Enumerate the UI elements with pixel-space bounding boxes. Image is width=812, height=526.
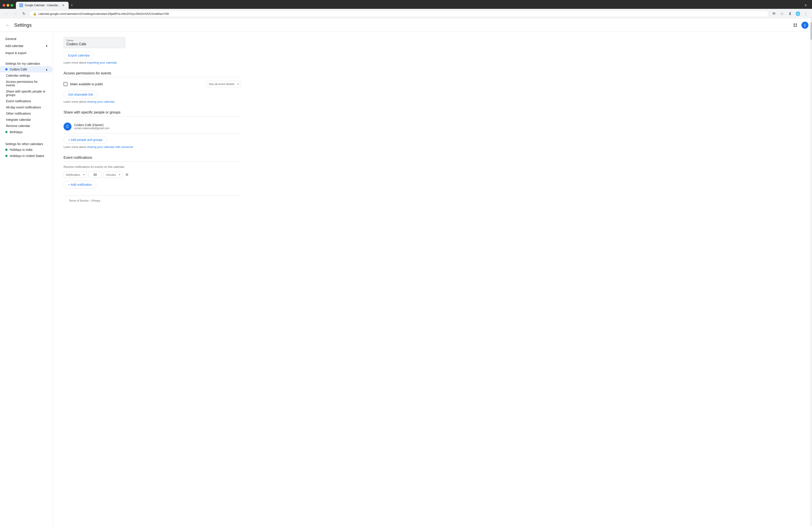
sidebar-item-add-calendar[interactable]: Add calendar ▾ — [0, 42, 53, 49]
notification-value-input[interactable] — [88, 171, 102, 178]
more-button[interactable]: ⋮ — [802, 10, 809, 17]
bookmark-button[interactable]: ☆ — [779, 10, 785, 17]
holidays-us-left: Holidays in United States — [5, 154, 44, 158]
minimize-traffic-light[interactable] — [6, 4, 9, 6]
sub-item-share-specific[interactable]: Share with specific people or groups — [5, 88, 53, 98]
sharing-calendar-link[interactable]: sharing your calendar — [87, 100, 115, 103]
get-shareable-link-button[interactable]: Get shareable link — [63, 91, 98, 98]
sidebar-item-birthdays[interactable]: Birthdays — [0, 129, 53, 135]
sub-item-calendar-settings[interactable]: Calendar settings — [5, 72, 53, 79]
avatar[interactable]: C — [801, 22, 809, 29]
terms-link[interactable]: Terms of Service — [69, 199, 88, 202]
holidays-us-label: Holidays in United States — [10, 154, 44, 158]
event-notifications-section: Event notifications Receive notification… — [63, 156, 241, 188]
general-label: General — [5, 37, 16, 41]
person-avatar: C — [63, 123, 72, 130]
account-button[interactable]: 🌐 — [794, 10, 801, 17]
sharing-someone-prefix: Learn more about — [63, 145, 86, 148]
close-traffic-light[interactable] — [3, 4, 5, 6]
sidebar-spacer-2 — [0, 135, 53, 139]
share-section-title: Share with specific people or groups — [63, 110, 241, 116]
sub-item-integrate-calendar[interactable]: Integrate calendar — [5, 117, 53, 123]
add-people-label: + Add people and groups — [68, 138, 103, 142]
access-permissions-title: Access permissions for events — [63, 71, 241, 77]
owner-field: Owner Coders Cafe — [63, 37, 125, 48]
address-bar[interactable]: 🔒 calendar.google.com/calendar/u/2/r/set… — [29, 10, 769, 17]
sub-item-remove-calendar[interactable]: Remove calendar — [5, 123, 53, 129]
sub-item-label: Calendar settings — [6, 74, 30, 77]
page-title: Settings — [14, 22, 791, 28]
sidebar-item-general[interactable]: General — [0, 35, 53, 42]
sub-item-label: Share with specific people or groups — [6, 90, 47, 97]
sidebar-item-coders-cafe[interactable]: Coders Cafe ▴ — [0, 66, 53, 72]
sharing-learn-more: Learn more about sharing your calendar — [63, 100, 241, 103]
holidays-us-dot — [5, 155, 8, 157]
holidays-india-label: Holidays in India — [10, 148, 32, 152]
add-notification-button[interactable]: + Add notification — [63, 181, 97, 188]
back-nav-button[interactable]: ← — [3, 10, 10, 17]
traffic-lights — [3, 4, 13, 6]
sharing-someone-link[interactable]: sharing your calendar with someone — [87, 145, 133, 148]
svg-rect-0 — [20, 4, 21, 5]
holidays-india-left: Holidays in India — [5, 148, 32, 152]
lock-icon: 🔒 — [33, 12, 37, 15]
svg-rect-1 — [21, 4, 22, 5]
tab-expand-button[interactable]: ▾ — [802, 2, 809, 9]
browser-tab-active[interactable]: Google Calendar - Calendar... ✕ — [16, 2, 69, 9]
svg-rect-6 — [794, 25, 795, 27]
refresh-button[interactable]: ↻ — [20, 10, 27, 17]
coders-cafe-label: Coders Cafe — [10, 68, 27, 71]
sub-item-event-notifications[interactable]: Event notifications — [5, 98, 53, 104]
chevron-up-icon: ▴ — [46, 68, 47, 71]
footer: Terms of Service – Privacy — [63, 196, 241, 206]
add-people-button[interactable]: + Add people and groups — [63, 136, 107, 144]
sub-item-label: All-day event notifications — [6, 105, 41, 109]
scrollbar-thumb — [810, 22, 812, 40]
notification-unit-select[interactable]: minutes hours days weeks — [103, 172, 122, 178]
birthdays-dot — [5, 131, 8, 133]
back-button[interactable]: ← — [3, 21, 12, 30]
notification-row: Notification Email minutes hours days we… — [63, 171, 241, 178]
app-container: ← Settings C General Add calendar ▾ I — [0, 18, 812, 526]
shareable-link-label: Get shareable link — [68, 93, 93, 96]
privacy-link[interactable]: Privacy — [91, 199, 100, 202]
export-label: Export calendar — [68, 54, 90, 57]
notification-type-select[interactable]: Notification Email — [63, 172, 87, 178]
event-notifications-title: Event notifications — [63, 156, 241, 162]
sidebar-item-holidays-india[interactable]: Holidays in India — [0, 147, 53, 153]
sharing-someone-learn-more: Learn more about sharing your calendar w… — [63, 145, 241, 148]
sub-item-access-permissions[interactable]: Access permissions for events — [5, 79, 53, 88]
svg-rect-3 — [21, 5, 22, 6]
download-button[interactable]: ⬇ — [786, 10, 794, 17]
event-details-dropdown[interactable]: See all event details — [206, 81, 241, 87]
share-person-row: C Coders Cafe (Owner) social.coderscafe@… — [63, 120, 241, 133]
new-tab-button[interactable]: + — [69, 2, 75, 9]
tab-close-button[interactable]: ✕ — [61, 3, 65, 7]
sub-item-label: Remove calendar — [6, 124, 30, 128]
learn-more-prefix: Learn more about — [63, 61, 86, 64]
sub-item-allday-notifications[interactable]: All-day event notifications — [5, 104, 53, 110]
svg-rect-2 — [20, 5, 21, 6]
maximize-traffic-light[interactable] — [11, 4, 13, 6]
exporting-calendar-link[interactable]: exporting your calendar — [87, 61, 117, 64]
remove-notification-button[interactable]: ✕ — [124, 171, 130, 178]
sidebar-item-import-export[interactable]: Import & export — [0, 49, 53, 57]
profile-icon-button[interactable]: 👁 — [770, 10, 778, 17]
tab-row: Google Calendar - Calendar... ✕ + ▾ — [3, 2, 809, 9]
make-public-checkbox[interactable] — [63, 82, 68, 86]
sub-item-other-notifications[interactable]: Other notifications — [5, 110, 53, 117]
sidebar-item-holidays-us[interactable]: Holidays in United States — [0, 153, 53, 159]
forward-nav-button[interactable]: → — [12, 10, 18, 17]
make-public-label: Make available to public — [70, 82, 103, 86]
scrollbar-track[interactable] — [810, 18, 812, 526]
svg-rect-5 — [796, 24, 797, 25]
export-calendar-button[interactable]: Export calendar — [63, 52, 95, 59]
back-icon: ← — [6, 23, 10, 28]
coders-cafe-item-left: Coders Cafe — [5, 68, 27, 71]
main-layout: General Add calendar ▾ Import & export S… — [0, 32, 812, 526]
grid-apps-button[interactable] — [791, 21, 800, 30]
owner-label: Owner — [67, 39, 122, 42]
add-notification-label: + Add notification — [68, 183, 92, 186]
app-header: ← Settings C — [0, 18, 812, 32]
content-area: Owner Coders Cafe Export calendar Learn … — [53, 32, 251, 526]
